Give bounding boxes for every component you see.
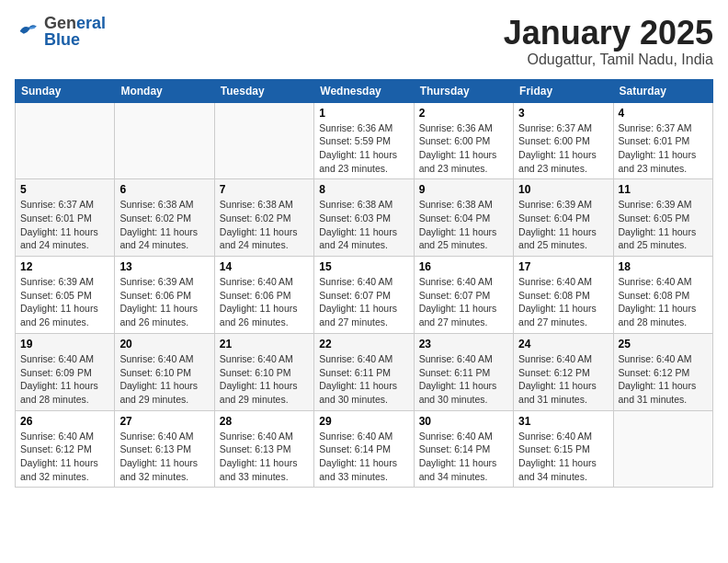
day-info: Sunrise: 6:39 AM Sunset: 6:05 PM Dayligh… xyxy=(20,275,109,329)
calendar-cell xyxy=(115,102,214,179)
day-info: Sunrise: 6:37 AM Sunset: 6:00 PM Dayligh… xyxy=(518,121,608,176)
weekday-tuesday: Tuesday xyxy=(214,79,313,102)
calendar-cell: 2Sunrise: 6:36 AM Sunset: 6:00 PM Daylig… xyxy=(414,102,513,179)
weekday-saturday: Saturday xyxy=(613,79,712,102)
day-info: Sunrise: 6:40 AM Sunset: 6:11 PM Dayligh… xyxy=(419,352,508,407)
day-number: 19 xyxy=(20,338,109,350)
day-number: 30 xyxy=(419,415,508,428)
week-row-1: 1Sunrise: 6:36 AM Sunset: 5:59 PM Daylig… xyxy=(16,102,713,179)
week-row-3: 12Sunrise: 6:39 AM Sunset: 6:05 PM Dayli… xyxy=(16,257,713,334)
logo-line2: Blue xyxy=(44,31,106,48)
day-info: Sunrise: 6:40 AM Sunset: 6:12 PM Dayligh… xyxy=(20,430,109,484)
day-number: 26 xyxy=(20,415,109,428)
calendar-cell: 6Sunrise: 6:38 AM Sunset: 6:02 PM Daylig… xyxy=(115,179,214,257)
day-number: 9 xyxy=(419,183,508,196)
calendar-cell: 14Sunrise: 6:40 AM Sunset: 6:06 PM Dayli… xyxy=(214,257,313,334)
day-info: Sunrise: 6:40 AM Sunset: 6:15 PM Dayligh… xyxy=(518,430,608,484)
day-info: Sunrise: 6:39 AM Sunset: 6:04 PM Dayligh… xyxy=(518,198,608,252)
day-number: 6 xyxy=(119,183,209,196)
location-subtitle: Odugattur, Tamil Nadu, India xyxy=(504,52,713,68)
day-info: Sunrise: 6:40 AM Sunset: 6:06 PM Dayligh… xyxy=(220,275,309,329)
day-number: 22 xyxy=(319,338,408,350)
calendar-cell: 10Sunrise: 6:39 AM Sunset: 6:04 PM Dayli… xyxy=(514,179,613,257)
day-number: 16 xyxy=(419,260,508,273)
day-number: 17 xyxy=(518,260,608,273)
calendar-cell xyxy=(613,410,712,488)
calendar-cell: 7Sunrise: 6:38 AM Sunset: 6:02 PM Daylig… xyxy=(214,179,313,257)
day-number: 1 xyxy=(319,107,408,120)
calendar-cell: 18Sunrise: 6:40 AM Sunset: 6:08 PM Dayli… xyxy=(613,257,712,334)
bird-icon xyxy=(15,18,40,44)
calendar-cell: 17Sunrise: 6:40 AM Sunset: 6:08 PM Dayli… xyxy=(514,257,613,334)
calendar-cell: 11Sunrise: 6:39 AM Sunset: 6:05 PM Dayli… xyxy=(613,179,712,257)
day-number: 31 xyxy=(518,415,608,428)
day-number: 20 xyxy=(119,338,209,350)
day-number: 24 xyxy=(518,338,608,350)
calendar-cell: 8Sunrise: 6:38 AM Sunset: 6:03 PM Daylig… xyxy=(314,179,414,257)
day-info: Sunrise: 6:40 AM Sunset: 6:07 PM Dayligh… xyxy=(419,275,508,329)
day-number: 23 xyxy=(419,338,508,350)
calendar-cell: 19Sunrise: 6:40 AM Sunset: 6:09 PM Dayli… xyxy=(16,333,115,410)
day-info: Sunrise: 6:40 AM Sunset: 6:14 PM Dayligh… xyxy=(319,430,408,484)
weekday-monday: Monday xyxy=(115,79,214,102)
calendar-cell xyxy=(16,102,115,179)
day-info: Sunrise: 6:40 AM Sunset: 6:07 PM Dayligh… xyxy=(319,275,408,329)
weekday-friday: Friday xyxy=(514,79,613,102)
day-number: 8 xyxy=(319,183,408,196)
day-number: 18 xyxy=(619,260,708,273)
day-info: Sunrise: 6:40 AM Sunset: 6:12 PM Dayligh… xyxy=(619,352,708,407)
calendar-cell: 16Sunrise: 6:40 AM Sunset: 6:07 PM Dayli… xyxy=(414,257,513,334)
day-info: Sunrise: 6:40 AM Sunset: 6:14 PM Dayligh… xyxy=(419,430,508,484)
day-info: Sunrise: 6:38 AM Sunset: 6:04 PM Dayligh… xyxy=(419,198,508,252)
week-row-4: 19Sunrise: 6:40 AM Sunset: 6:09 PM Dayli… xyxy=(16,333,713,410)
calendar-cell: 31Sunrise: 6:40 AM Sunset: 6:15 PM Dayli… xyxy=(514,410,613,488)
day-number: 4 xyxy=(619,107,708,120)
day-info: Sunrise: 6:38 AM Sunset: 6:03 PM Dayligh… xyxy=(319,198,408,252)
day-number: 25 xyxy=(619,338,708,350)
day-info: Sunrise: 6:40 AM Sunset: 6:08 PM Dayligh… xyxy=(518,275,608,329)
calendar-cell: 24Sunrise: 6:40 AM Sunset: 6:12 PM Dayli… xyxy=(514,333,613,410)
calendar-cell xyxy=(214,102,313,179)
weekday-wednesday: Wednesday xyxy=(314,79,414,102)
calendar-cell: 25Sunrise: 6:40 AM Sunset: 6:12 PM Dayli… xyxy=(613,333,712,410)
calendar-cell: 20Sunrise: 6:40 AM Sunset: 6:10 PM Dayli… xyxy=(115,333,214,410)
page-header: General Blue January 2025 Odugattur, Tam… xyxy=(15,15,713,68)
calendar-cell: 21Sunrise: 6:40 AM Sunset: 6:10 PM Dayli… xyxy=(214,333,313,410)
calendar-cell: 28Sunrise: 6:40 AM Sunset: 6:13 PM Dayli… xyxy=(214,410,313,488)
calendar-cell: 29Sunrise: 6:40 AM Sunset: 6:14 PM Dayli… xyxy=(314,410,414,488)
calendar-cell: 12Sunrise: 6:39 AM Sunset: 6:05 PM Dayli… xyxy=(16,257,115,334)
calendar-cell: 5Sunrise: 6:37 AM Sunset: 6:01 PM Daylig… xyxy=(16,179,115,257)
week-row-2: 5Sunrise: 6:37 AM Sunset: 6:01 PM Daylig… xyxy=(16,179,713,257)
day-number: 28 xyxy=(220,415,309,428)
day-info: Sunrise: 6:40 AM Sunset: 6:13 PM Dayligh… xyxy=(119,430,209,484)
weekday-header-row: SundayMondayTuesdayWednesdayThursdayFrid… xyxy=(16,79,713,102)
calendar-cell: 30Sunrise: 6:40 AM Sunset: 6:14 PM Dayli… xyxy=(414,410,513,488)
day-info: Sunrise: 6:36 AM Sunset: 5:59 PM Dayligh… xyxy=(319,121,408,176)
day-number: 11 xyxy=(619,183,708,196)
day-info: Sunrise: 6:37 AM Sunset: 6:01 PM Dayligh… xyxy=(20,198,109,252)
day-info: Sunrise: 6:40 AM Sunset: 6:10 PM Dayligh… xyxy=(220,352,309,407)
day-number: 3 xyxy=(518,107,608,120)
day-number: 21 xyxy=(220,338,309,350)
day-number: 29 xyxy=(319,415,408,428)
logo-text: General Blue xyxy=(44,15,106,48)
day-info: Sunrise: 6:40 AM Sunset: 6:11 PM Dayligh… xyxy=(319,352,408,407)
calendar-cell: 4Sunrise: 6:37 AM Sunset: 6:01 PM Daylig… xyxy=(613,102,712,179)
calendar-cell: 22Sunrise: 6:40 AM Sunset: 6:11 PM Dayli… xyxy=(314,333,414,410)
day-number: 5 xyxy=(20,183,109,196)
calendar-cell: 27Sunrise: 6:40 AM Sunset: 6:13 PM Dayli… xyxy=(115,410,214,488)
calendar-cell: 26Sunrise: 6:40 AM Sunset: 6:12 PM Dayli… xyxy=(16,410,115,488)
day-info: Sunrise: 6:39 AM Sunset: 6:06 PM Dayligh… xyxy=(119,275,209,329)
day-info: Sunrise: 6:38 AM Sunset: 6:02 PM Dayligh… xyxy=(119,198,209,252)
week-row-5: 26Sunrise: 6:40 AM Sunset: 6:12 PM Dayli… xyxy=(16,410,713,488)
day-info: Sunrise: 6:40 AM Sunset: 6:10 PM Dayligh… xyxy=(119,352,209,407)
day-number: 10 xyxy=(518,183,608,196)
day-info: Sunrise: 6:36 AM Sunset: 6:00 PM Dayligh… xyxy=(419,121,508,176)
calendar-cell: 15Sunrise: 6:40 AM Sunset: 6:07 PM Dayli… xyxy=(314,257,414,334)
calendar-cell: 23Sunrise: 6:40 AM Sunset: 6:11 PM Dayli… xyxy=(414,333,513,410)
day-info: Sunrise: 6:40 AM Sunset: 6:12 PM Dayligh… xyxy=(518,352,608,407)
logo-line1: General xyxy=(44,15,106,31)
title-area: January 2025 Odugattur, Tamil Nadu, Indi… xyxy=(504,15,713,68)
calendar-cell: 1Sunrise: 6:36 AM Sunset: 5:59 PM Daylig… xyxy=(314,102,414,179)
day-number: 27 xyxy=(119,415,209,428)
